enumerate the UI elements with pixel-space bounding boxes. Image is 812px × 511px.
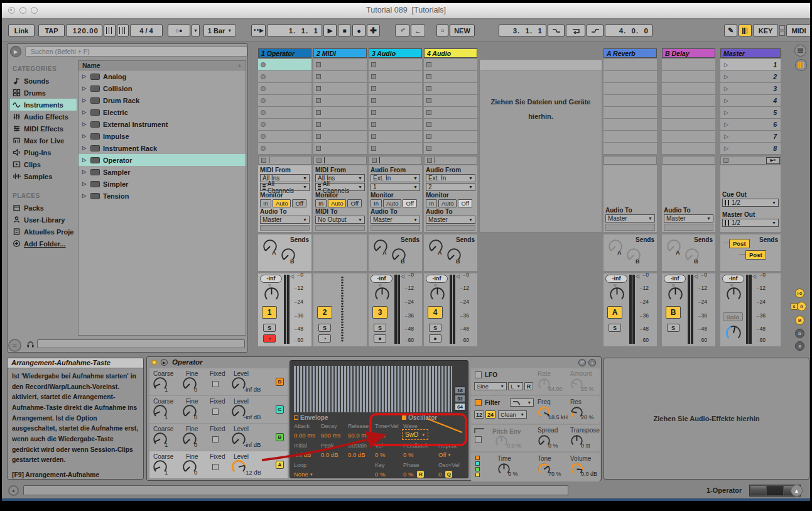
clip-slot[interactable]: [369, 71, 422, 82]
clip-slot[interactable]: [258, 71, 311, 82]
spectrum-zoom-16-button[interactable]: 16: [455, 387, 465, 394]
monitor-in-button[interactable]: In: [426, 199, 437, 207]
fixed-checkbox[interactable]: [212, 381, 219, 387]
loop-start-field[interactable]: 3. 1. 1: [499, 25, 546, 36]
track-header[interactable]: 3 Audio: [369, 48, 422, 58]
capture-new-button[interactable]: NEW: [450, 25, 475, 36]
scene-launch-slot[interactable]: ▷5: [720, 107, 781, 118]
clip-slot[interactable]: [313, 95, 367, 106]
clip-stop-row[interactable]: [313, 156, 367, 165]
scene-launch-slot[interactable]: ▷8: [720, 143, 781, 154]
clip-slot[interactable]: [369, 95, 422, 106]
param-value[interactable]: Off▼: [438, 451, 451, 458]
monitor-in-button[interactable]: In: [260, 199, 271, 207]
clip-slot[interactable]: [424, 143, 477, 154]
param-value[interactable]: 600 ms: [321, 432, 340, 439]
clip-slot[interactable]: [369, 107, 422, 118]
sidebar-item-packs[interactable]: Packs: [10, 202, 77, 214]
scene-launch-slot[interactable]: ▷6: [720, 119, 781, 130]
show-io-toggle[interactable]: I·O: [795, 288, 804, 298]
time-signature-field[interactable]: 4 / 4: [130, 25, 163, 36]
clip-slot[interactable]: [313, 119, 367, 130]
metronome-button[interactable]: ○●: [168, 25, 190, 36]
metronome-menu-button[interactable]: ▼: [192, 25, 200, 36]
save-preset-icon[interactable]: ▪: [588, 359, 596, 366]
clip-slot[interactable]: [313, 131, 367, 142]
pan-knob[interactable]: [609, 287, 625, 302]
list-item[interactable]: ▷External Instrument: [78, 118, 246, 130]
monitor-off-button[interactable]: Off: [292, 199, 306, 207]
tap-tempo-button[interactable]: TAP: [38, 25, 65, 36]
r-toggle[interactable]: R: [417, 471, 424, 478]
clip-slot[interactable]: [424, 107, 477, 118]
session-drop-area[interactable]: Ziehen Sie Dateien und Geräte hierhin.: [479, 59, 602, 233]
session-view-toggle[interactable]: [795, 59, 807, 71]
output-type-select[interactable]: Master▼: [371, 216, 420, 224]
track-header[interactable]: Master: [720, 48, 781, 58]
clip-slot[interactable]: [424, 59, 477, 70]
oscillator-row-b[interactable]: Coarse Fine Fixed Level 1 0 -inf dB B: [149, 424, 288, 451]
lfo-retrigger-button[interactable]: R: [524, 382, 533, 390]
list-item[interactable]: ▷Operator: [78, 154, 246, 166]
scene-launch-slot[interactable]: ▷7: [720, 131, 781, 142]
show-delay-toggle[interactable]: D: [795, 329, 804, 338]
device-activator-button[interactable]: [151, 360, 157, 365]
clip-slot[interactable]: [313, 83, 367, 94]
punch-in-button[interactable]: [548, 25, 565, 36]
clip-slot[interactable]: [258, 131, 311, 142]
sidebar-item-clips[interactable]: Clips: [10, 158, 77, 170]
return-activator-button[interactable]: B: [666, 306, 681, 319]
filter-type-select[interactable]: ▼: [510, 398, 534, 407]
output-type-select[interactable]: Master▼: [260, 216, 310, 224]
volume-field[interactable]: -Inf: [605, 275, 627, 283]
list-item[interactable]: ▷Collision: [78, 82, 246, 94]
key-map-button[interactable]: KEY: [753, 25, 778, 36]
track-header[interactable]: 2 MIDI: [313, 48, 367, 58]
fixed-checkbox[interactable]: [212, 436, 219, 442]
back-to-arrangement-button[interactable]: ←: [411, 25, 425, 36]
computer-midi-keyboard-button[interactable]: [739, 25, 752, 36]
audio-effects-drop-area[interactable]: Ziehen Sie Audio-Effekte hierhin: [604, 358, 809, 480]
track-activator-button[interactable]: 1: [262, 306, 277, 319]
pitch-env-knob[interactable]: [495, 435, 508, 448]
follow-button[interactable]: ‣‣▶: [251, 25, 266, 36]
clip-slot[interactable]: [258, 59, 311, 70]
stop-all-clips-button[interactable]: ▶≡: [766, 157, 780, 164]
oscillator-row-a[interactable]: Coarse Fine Fixed Level 1 0 -12 dB A: [149, 451, 288, 478]
clip-slot[interactable]: [369, 119, 422, 130]
arrangement-view-toggle[interactable]: [794, 45, 806, 57]
list-item[interactable]: ▷Drum Rack: [78, 94, 246, 106]
sidebar-item-aktuelles-proje[interactable]: Aktuelles Proje: [10, 226, 77, 238]
stop-all-clips-row[interactable]: ▶≡: [720, 156, 781, 165]
pan-knob[interactable]: [374, 287, 390, 302]
loop-button[interactable]: [566, 25, 585, 36]
lfo-checkbox[interactable]: [475, 371, 482, 378]
cue-out-select[interactable]: 1/2▼: [722, 199, 779, 207]
monitor-auto-button[interactable]: Auto: [438, 199, 457, 207]
filter-circuit-select[interactable]: Clean▼: [498, 410, 527, 419]
sidebar-item-plug-ins[interactable]: Plug-Ins: [10, 146, 77, 158]
sidebar-item-sounds[interactable]: Sounds: [10, 75, 77, 87]
clip-slot[interactable]: [258, 107, 311, 118]
clip-slot[interactable]: [313, 71, 367, 82]
fixed-checkbox[interactable]: [212, 409, 219, 415]
sidebar-item-midi-effects[interactable]: MIDI Effects: [10, 123, 77, 135]
list-item[interactable]: ▷Analog: [78, 70, 246, 82]
clip-slot[interactable]: [369, 59, 422, 70]
clip-slot[interactable]: [313, 59, 367, 70]
solo-button[interactable]: S: [318, 324, 331, 332]
clip-slot[interactable]: [424, 119, 477, 130]
scene-launch-slot[interactable]: ▷3: [720, 83, 781, 94]
quantization-menu[interactable]: 1 Bar▼: [203, 25, 236, 36]
oscillator-select-button[interactable]: C: [276, 405, 284, 414]
arm-button[interactable]: ◔: [318, 334, 331, 343]
lfo-range-select[interactable]: L▼: [508, 382, 523, 390]
oscillator-row-c[interactable]: Coarse Fine Fixed Level 1 0 -inf dB C: [149, 396, 288, 423]
param-value[interactable]: None▼: [294, 471, 313, 478]
clip-stop-row[interactable]: [258, 156, 311, 165]
punch-out-button[interactable]: [587, 25, 604, 36]
param-value[interactable]: 0.00 ms: [294, 432, 315, 439]
show-crossfade-toggle[interactable]: X: [795, 341, 804, 351]
filter-checkbox[interactable]: [475, 399, 482, 406]
monitor-auto-button[interactable]: Auto: [328, 199, 347, 207]
